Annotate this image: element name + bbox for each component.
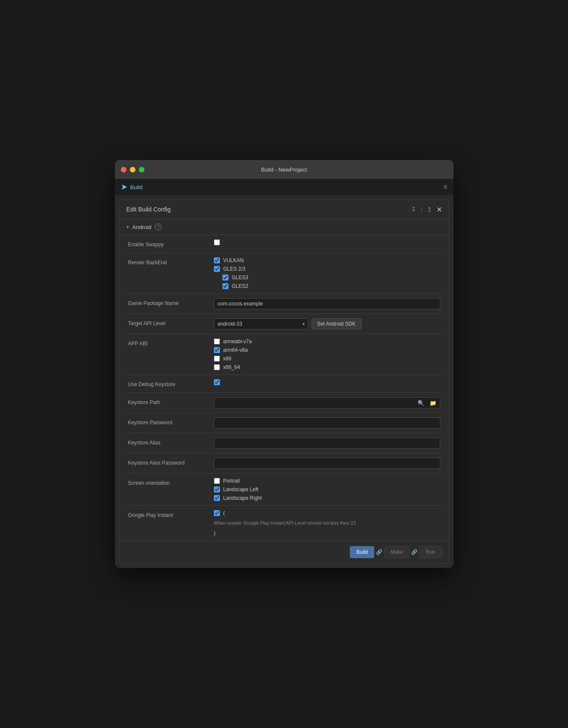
x86-64-row: x86_64 bbox=[214, 364, 440, 370]
game-package-name-row: Game Package Name bbox=[120, 294, 449, 314]
maximize-button[interactable] bbox=[139, 167, 144, 172]
target-api-level-label: Target API Level bbox=[128, 318, 214, 327]
use-debug-keystore-checkbox[interactable] bbox=[214, 379, 220, 385]
section-title: Android bbox=[132, 224, 152, 230]
target-api-level-select[interactable]: android-33 android-32 android-31 android… bbox=[214, 318, 308, 329]
google-play-instant-paren-close: ) bbox=[214, 530, 440, 536]
main-window: Build - NewProject Build ≡ Edit Build Co… bbox=[115, 160, 454, 568]
google-play-instant-paren-open: ( bbox=[223, 510, 225, 516]
keystore-password-input[interactable] bbox=[214, 417, 440, 429]
keystore-path-label: Keystore Path bbox=[128, 397, 214, 406]
portrait-label[interactable]: Portrait bbox=[223, 478, 240, 484]
keystore-alias-password-control bbox=[214, 458, 440, 469]
gles2-row: GLES2 bbox=[222, 283, 440, 289]
x86-64-checkbox[interactable] bbox=[214, 364, 220, 370]
keystore-alias-input[interactable] bbox=[214, 438, 440, 449]
keystore-path-input-wrapper: 🔍 📁 bbox=[214, 397, 440, 408]
svg-marker-0 bbox=[122, 184, 127, 190]
window-controls bbox=[121, 167, 144, 172]
section-toggle-icon[interactable]: ▾ bbox=[126, 224, 129, 230]
game-package-name-input[interactable] bbox=[214, 298, 440, 309]
keystore-password-row: Keystore Password bbox=[120, 413, 449, 433]
gles-sub-group: GLES3 GLES2 bbox=[214, 275, 440, 289]
arm64-v8a-label[interactable]: arm64-v8a bbox=[223, 347, 248, 353]
menubar-build-label[interactable]: Build bbox=[130, 184, 143, 190]
app-abi-row: APP ABI armeabi-v7a arm64-v8a x86 bbox=[120, 334, 449, 375]
game-package-name-control bbox=[214, 298, 440, 309]
keystore-alias-control bbox=[214, 438, 440, 449]
arm64-v8a-checkbox[interactable] bbox=[214, 347, 220, 353]
keystore-alias-password-input[interactable] bbox=[214, 458, 440, 469]
target-api-level-select-row: android-33 android-32 android-31 android… bbox=[214, 318, 440, 329]
landscape-left-checkbox[interactable] bbox=[214, 486, 220, 492]
gles23-label[interactable]: GLES 2/3 bbox=[223, 266, 246, 272]
use-debug-keystore-control bbox=[214, 379, 440, 385]
minimize-button[interactable] bbox=[130, 167, 135, 172]
edit-build-config-panel: Edit Build Config ↧ | ↥ ✕ ▾ Android ? En… bbox=[119, 199, 449, 563]
panel-header-actions: ↧ | ↥ ✕ bbox=[410, 205, 442, 214]
google-play-instant-control: ( When enable 'Google Play Instant'API L… bbox=[214, 510, 440, 536]
x86-checkbox[interactable] bbox=[214, 356, 220, 362]
run-button[interactable]: Run bbox=[419, 546, 442, 558]
x86-row: x86 bbox=[214, 356, 440, 362]
keystore-alias-password-row: Keystore Alias Password bbox=[120, 453, 449, 473]
build-button[interactable]: Build bbox=[350, 546, 374, 558]
vulkan-label[interactable]: VULKAN bbox=[223, 257, 244, 263]
keystore-path-input[interactable] bbox=[214, 398, 414, 408]
app-abi-control: armeabi-v7a arm64-v8a x86 x86_64 bbox=[214, 338, 440, 370]
keystore-alias-password-label: Keystore Alias Password bbox=[128, 458, 214, 467]
google-play-instant-row: Google Play Instant ( When enable 'Googl… bbox=[120, 506, 449, 541]
form-content: Enable Swappy Render BackEnd VULKAN GLES bbox=[120, 235, 449, 540]
gles3-checkbox[interactable] bbox=[222, 275, 228, 281]
render-backend-label: Render BackEnd bbox=[128, 257, 214, 266]
armeabi-v7a-label[interactable]: armeabi-v7a bbox=[223, 338, 252, 344]
gles23-row: GLES 2/3 bbox=[214, 266, 440, 272]
make-button[interactable]: Make bbox=[384, 546, 409, 558]
google-play-instant-label: Google Play Instant bbox=[128, 510, 214, 519]
screen-orientation-control: Portrait Landscape Left Landscape Right bbox=[214, 478, 440, 501]
help-icon[interactable]: ? bbox=[155, 224, 162, 230]
header-separator: | bbox=[421, 205, 422, 213]
export-config-button[interactable]: ↥ bbox=[426, 205, 433, 214]
enable-swappy-row: Enable Swappy bbox=[120, 235, 449, 253]
import-config-button[interactable]: ↧ bbox=[410, 205, 417, 214]
google-play-instant-checkbox[interactable] bbox=[214, 510, 220, 516]
window-title: Build - NewProject bbox=[261, 166, 307, 173]
gles23-checkbox[interactable] bbox=[214, 266, 220, 272]
close-panel-button[interactable]: ✕ bbox=[436, 205, 442, 214]
target-api-level-control: android-33 android-32 android-31 android… bbox=[214, 318, 440, 329]
menubar-left: Build bbox=[121, 184, 143, 190]
panel-footer: Build 🔗 Make 🔗 Run bbox=[120, 541, 449, 563]
gles2-label[interactable]: GLES2 bbox=[232, 283, 249, 289]
set-android-sdk-button[interactable]: Set Android SDK bbox=[312, 318, 361, 329]
close-button[interactable] bbox=[121, 167, 126, 172]
api-level-select-wrapper: android-33 android-32 android-31 android… bbox=[214, 318, 308, 329]
portrait-checkbox[interactable] bbox=[214, 478, 220, 484]
keystore-path-row: Keystore Path 🔍 📁 bbox=[120, 393, 449, 413]
landscape-left-label[interactable]: Landscape Left bbox=[223, 486, 258, 492]
keystore-path-search-button[interactable]: 🔍 bbox=[416, 399, 426, 407]
enable-swappy-checkbox[interactable] bbox=[214, 239, 220, 245]
landscape-right-row: Landscape Right bbox=[214, 495, 440, 501]
keystore-path-actions: 🔍 📁 bbox=[414, 399, 440, 407]
keystore-password-label: Keystore Password bbox=[128, 417, 214, 426]
armeabi-v7a-row: armeabi-v7a bbox=[214, 338, 440, 344]
x86-label[interactable]: x86 bbox=[223, 356, 231, 362]
keystore-path-browse-button[interactable]: 📁 bbox=[428, 399, 438, 407]
vulkan-checkbox[interactable] bbox=[214, 257, 220, 263]
keystore-password-control bbox=[214, 417, 440, 429]
hamburger-menu-icon[interactable]: ≡ bbox=[443, 183, 447, 191]
vulkan-row: VULKAN bbox=[214, 257, 440, 263]
keystore-alias-label: Keystore Alias bbox=[128, 438, 214, 447]
enable-swappy-label: Enable Swappy bbox=[128, 239, 214, 248]
x86-64-label[interactable]: x86_64 bbox=[223, 364, 240, 370]
screen-orientation-label: Screen orientation bbox=[128, 478, 214, 487]
landscape-right-label[interactable]: Landscape Right bbox=[223, 495, 262, 501]
landscape-left-row: Landscape Left bbox=[214, 486, 440, 492]
gles3-label[interactable]: GLES3 bbox=[232, 275, 249, 281]
armeabi-v7a-checkbox[interactable] bbox=[214, 338, 220, 344]
google-play-instant-info-text: When enable 'Google Play Instant'API Lev… bbox=[214, 519, 440, 528]
arm64-v8a-row: arm64-v8a bbox=[214, 347, 440, 353]
gles2-checkbox[interactable] bbox=[222, 283, 228, 289]
landscape-right-checkbox[interactable] bbox=[214, 495, 220, 501]
